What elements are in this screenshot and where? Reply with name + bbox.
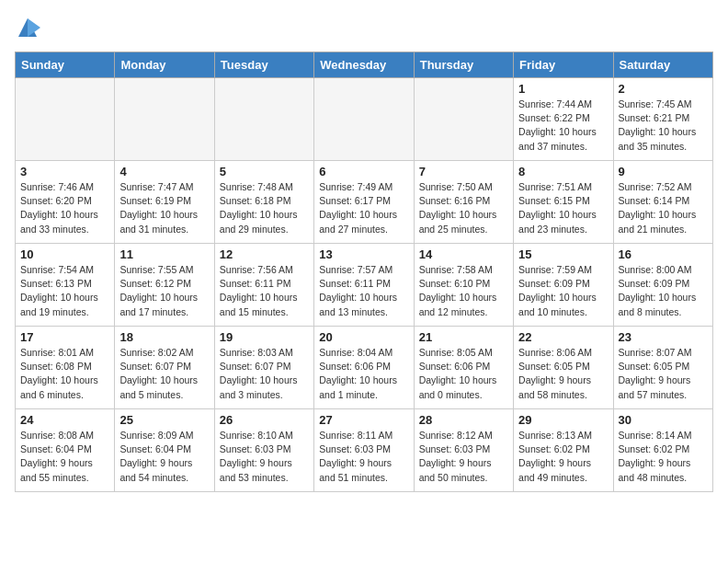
calendar-day-cell: 5Sunrise: 7:48 AMSunset: 6:18 PMDaylight… [214, 161, 313, 244]
calendar-day-cell [115, 78, 214, 161]
day-number: 3 [20, 165, 109, 178]
day-info: Sunrise: 8:12 AMSunset: 6:03 PMDaylight:… [419, 429, 508, 485]
day-number: 6 [319, 165, 408, 178]
day-number: 12 [220, 247, 309, 261]
calendar-day-cell: 27Sunrise: 8:11 AMSunset: 6:03 PMDayligh… [314, 409, 414, 492]
logo-icon [15, 15, 40, 40]
day-number: 21 [419, 330, 508, 344]
day-info: Sunrise: 7:50 AMSunset: 6:16 PMDaylight:… [419, 180, 508, 236]
calendar-day-cell: 21Sunrise: 8:05 AMSunset: 6:06 PMDayligh… [414, 327, 513, 409]
calendar-day-cell: 19Sunrise: 8:03 AMSunset: 6:07 PMDayligh… [214, 327, 313, 409]
day-info: Sunrise: 7:51 AMSunset: 6:15 PMDaylight:… [518, 180, 608, 236]
calendar-day-cell: 20Sunrise: 8:04 AMSunset: 6:06 PMDayligh… [314, 327, 414, 409]
day-info: Sunrise: 8:08 AMSunset: 6:04 PMDaylight:… [20, 429, 109, 485]
day-number: 27 [319, 413, 408, 427]
calendar-day-cell: 29Sunrise: 8:13 AMSunset: 6:02 PMDayligh… [514, 409, 613, 492]
day-info: Sunrise: 7:45 AMSunset: 6:21 PMDaylight:… [619, 98, 708, 154]
calendar-day-cell: 12Sunrise: 7:56 AMSunset: 6:11 PMDayligh… [214, 244, 313, 327]
calendar-day-cell: 22Sunrise: 8:06 AMSunset: 6:05 PMDayligh… [514, 327, 613, 409]
day-info: Sunrise: 8:07 AMSunset: 6:05 PMDaylight:… [619, 346, 708, 402]
day-info: Sunrise: 7:59 AMSunset: 6:09 PMDaylight:… [518, 263, 608, 319]
day-info: Sunrise: 8:06 AMSunset: 6:05 PMDaylight:… [518, 346, 608, 402]
calendar-day-cell: 11Sunrise: 7:55 AMSunset: 6:12 PMDayligh… [115, 244, 214, 327]
calendar-weekday-header: Monday [115, 52, 214, 78]
calendar-day-cell: 30Sunrise: 8:14 AMSunset: 6:02 PMDayligh… [613, 409, 712, 492]
day-number: 28 [419, 413, 508, 427]
calendar-weekday-header: Saturday [613, 52, 712, 78]
calendar-day-cell: 17Sunrise: 8:01 AMSunset: 6:08 PMDayligh… [16, 327, 115, 409]
calendar-day-cell: 1Sunrise: 7:44 AMSunset: 6:22 PMDaylight… [514, 78, 613, 161]
calendar-weekday-header: Wednesday [314, 52, 414, 78]
calendar-day-cell: 15Sunrise: 7:59 AMSunset: 6:09 PMDayligh… [514, 244, 613, 327]
calendar-weekday-header: Tuesday [214, 52, 313, 78]
calendar-day-cell: 2Sunrise: 7:45 AMSunset: 6:21 PMDaylight… [613, 78, 712, 161]
calendar-day-cell: 6Sunrise: 7:49 AMSunset: 6:17 PMDaylight… [314, 161, 414, 244]
calendar-day-cell: 7Sunrise: 7:50 AMSunset: 6:16 PMDaylight… [414, 161, 513, 244]
calendar-day-cell: 13Sunrise: 7:57 AMSunset: 6:11 PMDayligh… [314, 244, 414, 327]
calendar-day-cell: 4Sunrise: 7:47 AMSunset: 6:19 PMDaylight… [115, 161, 214, 244]
calendar-table: SundayMondayTuesdayWednesdayThursdayFrid… [15, 52, 713, 492]
calendar-weekday-header: Sunday [16, 52, 115, 78]
day-info: Sunrise: 7:56 AMSunset: 6:11 PMDaylight:… [220, 263, 309, 319]
day-info: Sunrise: 7:52 AMSunset: 6:14 PMDaylight:… [619, 180, 708, 236]
calendar-day-cell: 25Sunrise: 8:09 AMSunset: 6:04 PMDayligh… [115, 409, 214, 492]
day-number: 10 [20, 247, 109, 261]
day-info: Sunrise: 7:48 AMSunset: 6:18 PMDaylight:… [220, 180, 309, 236]
day-info: Sunrise: 8:02 AMSunset: 6:07 PMDaylight:… [119, 346, 209, 402]
calendar-week-row: 24Sunrise: 8:08 AMSunset: 6:04 PMDayligh… [16, 409, 713, 492]
day-number: 1 [518, 82, 608, 96]
calendar-day-cell: 24Sunrise: 8:08 AMSunset: 6:04 PMDayligh… [16, 409, 115, 492]
day-number: 23 [619, 330, 708, 344]
page-header [15, 15, 713, 40]
calendar-header-row: SundayMondayTuesdayWednesdayThursdayFrid… [16, 52, 713, 78]
day-info: Sunrise: 7:54 AMSunset: 6:13 PMDaylight:… [20, 263, 109, 319]
day-number: 9 [619, 165, 708, 178]
day-info: Sunrise: 8:03 AMSunset: 6:07 PMDaylight:… [220, 346, 309, 402]
calendar-day-cell: 18Sunrise: 8:02 AMSunset: 6:07 PMDayligh… [115, 327, 214, 409]
day-info: Sunrise: 7:49 AMSunset: 6:17 PMDaylight:… [319, 180, 408, 236]
logo [15, 15, 44, 40]
day-number: 22 [518, 330, 608, 344]
day-number: 11 [119, 247, 209, 261]
day-info: Sunrise: 8:00 AMSunset: 6:09 PMDaylight:… [619, 263, 708, 319]
day-number: 13 [319, 247, 408, 261]
day-number: 26 [220, 413, 309, 427]
calendar-day-cell: 16Sunrise: 8:00 AMSunset: 6:09 PMDayligh… [613, 244, 712, 327]
day-number: 17 [20, 330, 109, 344]
day-number: 14 [419, 247, 508, 261]
day-number: 19 [220, 330, 309, 344]
day-info: Sunrise: 7:55 AMSunset: 6:12 PMDaylight:… [119, 263, 209, 319]
calendar-day-cell: 14Sunrise: 7:58 AMSunset: 6:10 PMDayligh… [414, 244, 513, 327]
day-number: 2 [619, 82, 708, 96]
day-info: Sunrise: 7:58 AMSunset: 6:10 PMDaylight:… [419, 263, 508, 319]
calendar-day-cell: 28Sunrise: 8:12 AMSunset: 6:03 PMDayligh… [414, 409, 513, 492]
day-number: 30 [619, 413, 708, 427]
calendar-day-cell: 26Sunrise: 8:10 AMSunset: 6:03 PMDayligh… [214, 409, 313, 492]
day-info: Sunrise: 8:10 AMSunset: 6:03 PMDaylight:… [220, 429, 309, 485]
calendar-week-row: 1Sunrise: 7:44 AMSunset: 6:22 PMDaylight… [16, 78, 713, 161]
calendar-day-cell: 8Sunrise: 7:51 AMSunset: 6:15 PMDaylight… [514, 161, 613, 244]
day-info: Sunrise: 7:46 AMSunset: 6:20 PMDaylight:… [20, 180, 109, 236]
calendar-week-row: 17Sunrise: 8:01 AMSunset: 6:08 PMDayligh… [16, 327, 713, 409]
day-number: 4 [119, 165, 209, 178]
calendar-day-cell: 23Sunrise: 8:07 AMSunset: 6:05 PMDayligh… [613, 327, 712, 409]
day-info: Sunrise: 8:04 AMSunset: 6:06 PMDaylight:… [319, 346, 408, 402]
day-number: 24 [20, 413, 109, 427]
calendar-day-cell [214, 78, 313, 161]
calendar-day-cell [16, 78, 115, 161]
day-info: Sunrise: 7:57 AMSunset: 6:11 PMDaylight:… [319, 263, 408, 319]
day-info: Sunrise: 8:01 AMSunset: 6:08 PMDaylight:… [20, 346, 109, 402]
day-number: 5 [220, 165, 309, 178]
calendar-day-cell [414, 78, 513, 161]
calendar-day-cell [314, 78, 414, 161]
day-number: 18 [119, 330, 209, 344]
calendar-day-cell: 10Sunrise: 7:54 AMSunset: 6:13 PMDayligh… [16, 244, 115, 327]
calendar-week-row: 10Sunrise: 7:54 AMSunset: 6:13 PMDayligh… [16, 244, 713, 327]
day-number: 8 [518, 165, 608, 178]
day-info: Sunrise: 8:09 AMSunset: 6:04 PMDaylight:… [119, 429, 209, 485]
day-number: 7 [419, 165, 508, 178]
day-info: Sunrise: 8:05 AMSunset: 6:06 PMDaylight:… [419, 346, 508, 402]
day-number: 16 [619, 247, 708, 261]
day-number: 25 [119, 413, 209, 427]
calendar-weekday-header: Friday [514, 52, 613, 78]
